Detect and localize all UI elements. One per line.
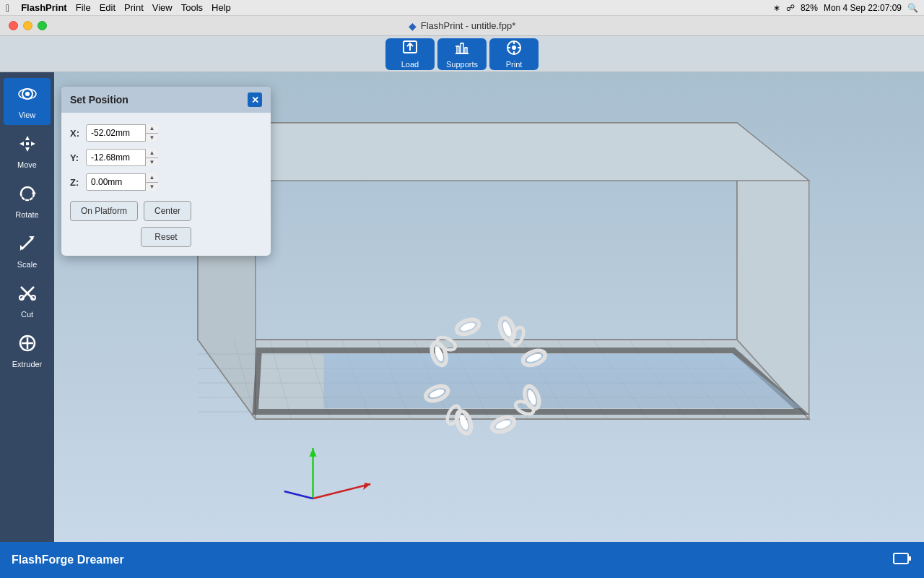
wifi-icon: ☍ [786,3,795,13]
reset-row: Reset [70,227,262,247]
view-label: View [19,111,36,119]
sidebar-view[interactable]: View [4,78,51,125]
svg-point-27 [31,296,35,300]
cut-label: Cut [21,310,33,319]
x-position-row: X: ▲ ▼ [70,124,262,142]
3d-viewport[interactable]: Set Position ✕ X: ▲ ▼ [54,72,924,542]
y-label: Y: [70,152,86,163]
y-increment[interactable]: ▲ [146,149,158,158]
svg-line-23 [22,238,33,249]
move-icon [17,134,38,158]
menu-file[interactable]: File [76,2,91,13]
apple-menu[interactable]:  [6,2,9,14]
sidebar-extruder[interactable]: Extruder [4,327,51,374]
window-title: ◆ FlashPrint - untitle.fpp* [409,20,516,32]
close-button[interactable] [9,21,18,30]
app-name[interactable]: FlashPrint [21,2,67,13]
menu-tools[interactable]: Tools [181,2,203,13]
load-label: Load [401,60,419,69]
z-input-wrap: ▲ ▼ [86,173,158,191]
menu-print[interactable]: Print [124,2,144,13]
maximize-button[interactable] [38,21,47,30]
svg-rect-85 [908,556,911,561]
sidebar-scale[interactable]: Scale [4,228,51,275]
x-spinner[interactable]: ▲ ▼ [145,124,158,142]
y-position-row: Y: ▲ ▼ [70,149,262,166]
sidebar-move[interactable]: Move [4,128,51,175]
supports-icon [453,39,471,59]
svg-marker-18 [31,142,35,146]
svg-marker-58 [323,354,801,408]
supports-label: Supports [446,60,478,69]
dialog-action-buttons: On Platform Center [70,201,262,221]
scale-label: Scale [17,260,38,269]
menu-edit[interactable]: Edit [100,2,116,13]
y-decrement[interactable]: ▼ [146,158,158,167]
menu-view[interactable]: View [152,2,173,13]
battery-label: 82% [801,3,818,13]
y-input-wrap: ▲ ▼ [86,149,158,166]
menubar:  FlashPrint File Edit Print View Tools … [0,0,924,16]
svg-point-7 [512,46,516,50]
scale-icon [17,233,38,258]
move-label: Move [17,160,37,169]
x-label: X: [70,128,86,139]
svg-marker-16 [25,147,30,152]
z-increment[interactable]: ▲ [146,173,158,183]
load-button[interactable]: Load [385,38,435,70]
supports-button[interactable]: Supports [437,38,487,70]
bluetooth-icon: ∗ [773,3,780,13]
menubar-right: ∗ ☍ 82% Mon 4 Sep 22:07:09 🔍 [773,3,918,13]
svg-marker-36 [198,123,808,181]
center-button[interactable]: Center [144,201,191,221]
dialog-header: Set Position ✕ [61,87,271,113]
menu-help[interactable]: Help [212,2,231,13]
dialog-close-button[interactable]: ✕ [248,92,262,107]
clock: Mon 4 Sep 22:07:09 [824,3,902,13]
z-spinner[interactable]: ▲ ▼ [145,173,158,191]
z-position-row: Z: ▲ ▼ [70,173,262,191]
main-toolbar: Load Supports P [0,36,924,72]
sidebar-rotate[interactable]: Rotate [4,178,51,225]
statusbar-right [892,551,912,569]
printer-name: FlashForge Dreamer [12,553,124,566]
rotate-label: Rotate [15,210,38,219]
svg-marker-15 [25,136,30,140]
svg-point-13 [25,92,30,96]
print-icon [505,39,523,59]
window-controls [9,21,47,30]
svg-point-26 [19,296,24,300]
statusbar: FlashForge Dreamer [0,542,924,578]
view-icon [17,84,38,108]
flashprint-icon: ◆ [409,20,417,32]
z-label: Z: [70,177,86,188]
svg-rect-19 [26,142,29,145]
minimize-button[interactable] [23,21,32,30]
svg-marker-17 [19,142,24,146]
load-icon [401,39,419,59]
x-input-wrap: ▲ ▼ [86,124,158,142]
app-area: View Move Rotate [0,72,924,542]
sidebar-cut[interactable]: Cut [4,277,51,324]
cut-icon [17,283,38,308]
dialog-title: Set Position [70,94,128,105]
y-spinner[interactable]: ▲ ▼ [145,149,158,166]
titlebar: ◆ FlashPrint - untitle.fpp* [0,16,924,36]
print-label: Print [506,60,523,69]
reset-button[interactable]: Reset [141,227,191,247]
scene-background: Set Position ✕ X: ▲ ▼ [54,72,924,542]
x-increment[interactable]: ▲ [146,124,158,134]
on-platform-button[interactable]: On Platform [70,201,138,221]
left-sidebar: View Move Rotate [0,72,54,542]
extruder-label: Extruder [12,360,43,368]
rotate-icon [17,184,38,208]
extruder-icon [17,333,38,358]
print-button[interactable]: Print [489,38,539,70]
search-icon[interactable]: 🔍 [907,3,918,13]
set-position-dialog: Set Position ✕ X: ▲ ▼ [61,87,271,256]
dialog-body: X: ▲ ▼ Y: [61,113,271,256]
z-decrement[interactable]: ▼ [146,183,158,191]
svg-rect-84 [894,553,908,564]
x-decrement[interactable]: ▼ [146,134,158,142]
